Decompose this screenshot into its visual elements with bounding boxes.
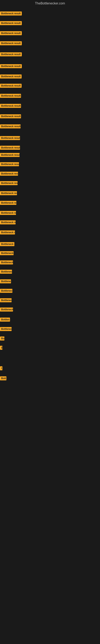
bottleneck-result-badge: Bottleneck result xyxy=(0,124,21,128)
bottleneck-result-badge: Bottleneck result xyxy=(0,114,21,118)
bottleneck-result-badge: Bottleneck result xyxy=(0,162,19,166)
bottleneck-result-badge: Bottleneck result xyxy=(0,220,16,224)
bottleneck-result-badge: Bottleneck result xyxy=(0,12,22,16)
bottleneck-result-badge: Bottlenec xyxy=(0,298,12,302)
bottleneck-result-badge: Bottleneck result xyxy=(0,242,14,246)
list-item: Bottleneck re xyxy=(0,308,13,312)
list-item: Bottlene xyxy=(0,279,11,283)
list-item: Bottleneck result xyxy=(0,146,20,150)
list-item: Bottlen xyxy=(0,318,10,322)
bottleneck-result-badge: Bottleneck result xyxy=(0,211,16,215)
list-item: B xyxy=(0,346,2,350)
bottleneck-result-badge: Bottleneck re xyxy=(0,308,13,312)
list-item: Bottleneck result xyxy=(0,201,16,205)
bottleneck-result-badge: Bottleneck result xyxy=(0,146,20,150)
list-item: Bottleneck result xyxy=(0,124,21,128)
bottleneck-result-badge: Bottlene xyxy=(0,279,11,283)
list-item: Bottleneck result xyxy=(0,220,16,224)
bottleneck-result-badge: Bottleneck result xyxy=(0,74,22,78)
bottleneck-result-badge: Bottleneck result xyxy=(0,230,15,234)
bottleneck-result-badge: Bottleneck result xyxy=(0,201,16,205)
list-item: Bottleneck re xyxy=(0,251,14,255)
bottleneck-result-badge: Bo xyxy=(0,336,4,340)
bottleneck-result-badge: Bottleneck xyxy=(0,270,12,274)
bottleneck-result-badge: Bottleneck result xyxy=(0,153,20,157)
bottleneck-result-badge: Bottleneck r xyxy=(0,289,12,293)
bottleneck-result-badge: B xyxy=(0,346,2,350)
list-item: Bottleneck result xyxy=(0,41,22,45)
list-item: Bottleneck result xyxy=(0,172,18,176)
list-item: Bottleneck result xyxy=(0,162,19,166)
list-item: Bottleneck result xyxy=(0,21,22,25)
list-item: I xyxy=(0,366,2,370)
bottleneck-result-badge: I xyxy=(0,366,2,370)
list-item: Bottleneck result xyxy=(0,136,20,140)
bottleneck-result-badge: Bottleneck result xyxy=(0,84,22,88)
site-title: TheBottlenecker.com xyxy=(0,0,100,6)
list-item: Bottleneck result xyxy=(0,181,18,185)
list-item: Bottleneck result xyxy=(0,260,13,264)
list-item: Bottleneck result xyxy=(0,52,22,56)
list-item: Bott xyxy=(0,376,6,380)
list-item: Bottleneck result xyxy=(0,153,20,157)
bottleneck-result-badge: Bottleneck re xyxy=(0,251,14,255)
list-item: Bottleneck result xyxy=(0,104,21,108)
list-item: Bottleneck result xyxy=(0,74,22,78)
list-item: Bottleneck result xyxy=(0,94,21,98)
list-item: Bottleneck xyxy=(0,327,12,331)
bottleneck-result-badge: Bottleneck result xyxy=(0,41,22,45)
bottleneck-result-badge: Bottleneck result xyxy=(0,181,18,185)
bottleneck-result-badge: Bottleneck xyxy=(0,327,12,331)
list-item: Bottleneck result xyxy=(0,64,22,68)
bottleneck-result-badge: Bottleneck result xyxy=(0,191,17,195)
bottleneck-result-badge: Bottleneck result xyxy=(0,31,22,35)
bottleneck-result-badge: Bottleneck result xyxy=(0,260,13,264)
list-item: Bottleneck result xyxy=(0,31,22,35)
list-item: Bottleneck result xyxy=(0,191,17,195)
list-item: Bottleneck xyxy=(0,270,12,274)
list-item: Bottlenec xyxy=(0,298,12,302)
list-item: Bottleneck result xyxy=(0,114,21,118)
bottleneck-result-badge: Bottleneck result xyxy=(0,104,21,108)
bottleneck-result-badge: Bott xyxy=(0,376,6,380)
bottleneck-result-badge: Bottleneck result xyxy=(0,136,20,140)
list-item: Bottleneck result xyxy=(0,242,14,246)
bottleneck-result-badge: Bottleneck result xyxy=(0,64,22,68)
list-item: Bottleneck r xyxy=(0,289,12,293)
bottleneck-result-badge: Bottleneck result xyxy=(0,52,22,56)
bottleneck-result-badge: Bottleneck result xyxy=(0,172,18,176)
list-item: Bo xyxy=(0,336,4,340)
bottleneck-result-badge: Bottlen xyxy=(0,318,10,322)
bottleneck-result-badge: Bottleneck result xyxy=(0,94,21,98)
list-item: Bottleneck result xyxy=(0,211,16,215)
bottleneck-result-badge: Bottleneck result xyxy=(0,21,22,25)
list-item: Bottleneck result xyxy=(0,230,15,234)
list-item: Bottleneck result xyxy=(0,84,22,88)
list-item: Bottleneck result xyxy=(0,12,22,16)
